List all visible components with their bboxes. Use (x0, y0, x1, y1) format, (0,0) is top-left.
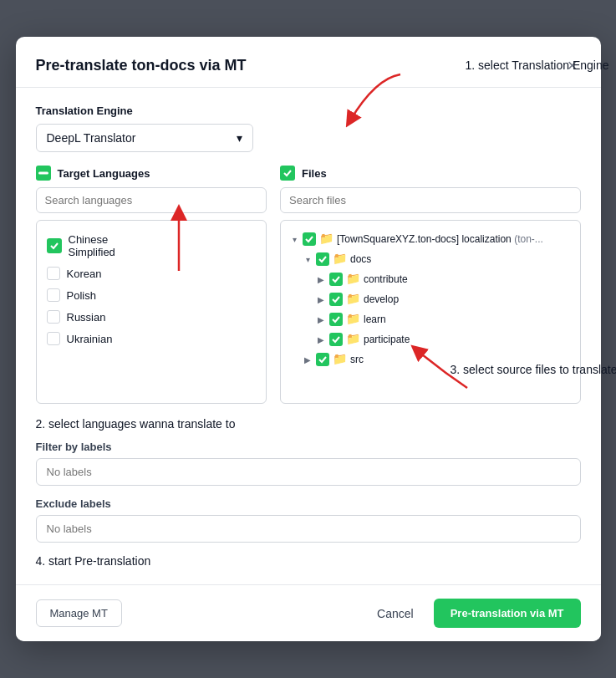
lang-name-ukrainian: Ukrainian (67, 333, 113, 345)
tree-label-develop: develop (364, 292, 399, 307)
folder-icon-docs: 📁 (333, 252, 347, 265)
file-tree: ▾ 📁 [TownSquareXYZ.ton-docs] localizatio… (280, 220, 580, 404)
modal-body: Translation Engine DeepL Translator ▾ (16, 88, 601, 584)
tree-item-develop: ▶ 📁 develop (316, 289, 571, 309)
tree-label-src: src (350, 352, 364, 367)
tree-label-participate: participate (364, 332, 410, 347)
tree-checkbox-participate[interactable] (329, 333, 343, 346)
translation-engine-dropdown[interactable]: DeepL Translator ▾ (36, 124, 253, 152)
tree-children-root: ▾ 📁 docs ▶ (303, 249, 571, 370)
languages-header: Target Languages (36, 166, 267, 181)
lang-checkbox-ukrainian[interactable] (47, 332, 60, 345)
translation-engine-label: Translation Engine (36, 105, 581, 117)
pretranslate-button[interactable]: Pre-translation via MT (434, 599, 581, 628)
tree-label-learn: learn (364, 312, 386, 327)
lang-item-russian: Russian (45, 306, 258, 328)
filter-by-labels-label: Filter by labels (36, 441, 581, 453)
lang-checkbox-chinese[interactable] (47, 238, 62, 253)
files-section-label: Files (302, 167, 327, 180)
tree-checkbox-src[interactable] (316, 353, 329, 366)
lang-name-polish: Polish (67, 289, 96, 302)
modal-title: Pre-translate ton-docs via MT (36, 57, 247, 74)
modal-header: Pre-translate ton-docs via MT × (16, 37, 601, 88)
files-checkbox[interactable] (280, 166, 295, 181)
tree-item-src: ▶ 📁 src (303, 349, 571, 370)
folder-icon-learn: 📁 (346, 312, 360, 325)
files-header: Files (280, 166, 580, 181)
folder-icon-participate: 📁 (346, 332, 360, 345)
lang-checkbox-russian[interactable] (47, 310, 60, 324)
languages-section-label: Target Languages (58, 167, 150, 180)
files-col: Files ▾ 📁 (280, 166, 580, 404)
tree-item-participate: ▶ 📁 participate (316, 329, 571, 349)
tree-toggle-root[interactable]: ▾ (289, 232, 299, 247)
exclude-labels-input[interactable] (36, 515, 581, 543)
exclude-labels-label: Exclude labels (36, 497, 581, 510)
search-languages-input[interactable] (36, 187, 267, 213)
language-list: ChineseSimplified Korean Polish (36, 220, 267, 404)
step2-annotation: 2. select languages wanna translate to (36, 417, 581, 431)
lang-checkbox-korean[interactable] (47, 267, 60, 280)
tree-checkbox-learn[interactable] (329, 313, 343, 326)
tree-checkbox-develop[interactable] (329, 293, 343, 306)
modal-footer: Manage MT Cancel Pre-translation via MT (16, 584, 601, 641)
close-button[interactable]: × (564, 54, 581, 77)
lang-item-korean: Korean (45, 263, 258, 284)
lang-name-chinese: ChineseSimplified (69, 233, 115, 258)
two-col-section: Target Languages ChineseSimplified (36, 166, 581, 404)
cancel-button[interactable]: Cancel (364, 600, 427, 627)
tree-toggle-docs[interactable]: ▾ (303, 252, 313, 267)
manage-mt-button[interactable]: Manage MT (36, 599, 122, 627)
tree-item-docs: ▾ 📁 docs (303, 249, 571, 269)
exclude-labels-section: Exclude labels (36, 497, 581, 543)
tree-label-contribute: contribute (364, 272, 408, 287)
tree-label-docs: docs (350, 252, 371, 267)
footer-right-buttons: Cancel Pre-translation via MT (364, 599, 580, 628)
step4-annotation: 4. start Pre-translation (36, 554, 581, 568)
lang-item-polish: Polish (45, 284, 258, 306)
tree-checkbox-root[interactable] (303, 232, 316, 246)
lang-checkbox-polish[interactable] (47, 288, 60, 302)
pretranslate-modal: Pre-translate ton-docs via MT × Translat… (16, 37, 601, 641)
tree-toggle-participate[interactable]: ▶ (316, 332, 326, 347)
tree-children-docs: ▶ 📁 contribute ▶ (316, 269, 571, 349)
dropdown-icon: ▾ (237, 131, 242, 145)
languages-col: Target Languages ChineseSimplified (36, 166, 267, 404)
svg-rect-0 (38, 172, 48, 175)
tree-checkbox-contribute[interactable] (329, 273, 343, 286)
lang-name-russian: Russian (67, 311, 106, 324)
tree-checkbox-docs[interactable] (316, 252, 329, 266)
lang-item-ukrainian: Ukrainian (45, 328, 258, 349)
translation-engine-value: DeepL Translator (47, 131, 136, 145)
tree-item-learn: ▶ 📁 learn (316, 309, 571, 329)
tree-toggle-learn[interactable]: ▶ (316, 312, 326, 327)
tree-toggle-develop[interactable]: ▶ (316, 292, 326, 307)
lang-item-chinese: ChineseSimplified (45, 229, 258, 263)
search-files-input[interactable] (280, 187, 580, 213)
tree-item-contribute: ▶ 📁 contribute (316, 269, 571, 289)
tree-toggle-contribute[interactable]: ▶ (316, 272, 326, 287)
languages-checkbox[interactable] (36, 166, 51, 181)
folder-icon-root: 📁 (319, 232, 333, 245)
tree-item-root: ▾ 📁 [TownSquareXYZ.ton-docs] localizatio… (289, 229, 571, 249)
tree-label-root: [TownSquareXYZ.ton-docs] localization (t… (337, 232, 543, 247)
filter-by-labels-input[interactable] (36, 458, 581, 486)
folder-icon-develop: 📁 (346, 292, 360, 305)
tree-toggle-src[interactable]: ▶ (303, 352, 313, 367)
folder-icon-contribute: 📁 (346, 272, 360, 285)
folder-icon-src: 📁 (333, 352, 347, 365)
filter-by-labels-section: Filter by labels (36, 441, 581, 486)
lang-name-korean: Korean (67, 268, 102, 280)
